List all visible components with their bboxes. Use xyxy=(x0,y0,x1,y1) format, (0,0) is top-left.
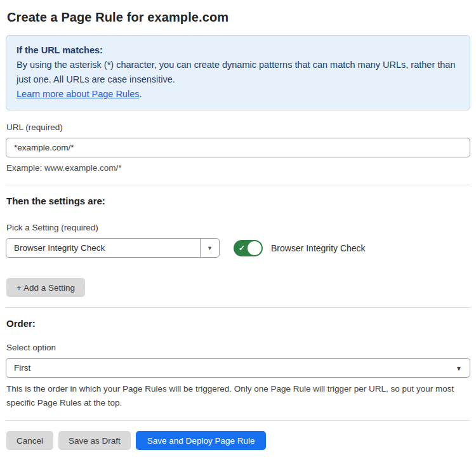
divider xyxy=(6,420,470,421)
info-box-body: By using the asterisk (*) character, you… xyxy=(17,58,459,87)
pick-setting-label: Pick a Setting (required) xyxy=(6,223,470,232)
order-select-value: First xyxy=(14,363,30,373)
chevron-down-icon: ▼ xyxy=(456,364,462,371)
add-setting-button[interactable]: + Add a Setting xyxy=(6,278,85,297)
settings-section-heading: Then the settings are: xyxy=(6,195,470,206)
setting-picker-value: Browser Integrity Check xyxy=(6,239,200,257)
info-box-heading: If the URL matches: xyxy=(17,43,459,58)
browser-integrity-toggle[interactable]: ✓ xyxy=(234,240,263,256)
toggle-knob xyxy=(248,241,261,255)
save-as-draft-button[interactable]: Save as Draft xyxy=(58,431,131,450)
divider xyxy=(6,185,470,185)
order-helper-text: This is the order in which your Page Rul… xyxy=(6,382,470,410)
url-match-info-box: If the URL matches: By using the asteris… xyxy=(6,35,470,110)
toggle-label: Browser Integrity Check xyxy=(271,243,366,253)
learn-more-link[interactable]: Learn more about Page Rules xyxy=(17,89,139,99)
actions-row: Cancel Save as Draft Save and Deploy Pag… xyxy=(6,431,470,450)
url-helper-text: Example: www.example.com/* xyxy=(6,161,470,175)
info-box-link-line: Learn more about Page Rules. xyxy=(17,87,459,102)
check-icon: ✓ xyxy=(239,244,245,252)
order-select-label: Select option xyxy=(6,343,470,352)
url-section: URL (required) Example: www.example.com/… xyxy=(6,123,470,175)
setting-picker-arrow-button[interactable]: ▼ xyxy=(200,239,219,257)
save-and-deploy-button[interactable]: Save and Deploy Page Rule xyxy=(136,431,267,450)
order-section-heading: Order: xyxy=(6,318,470,329)
setting-row: Browser Integrity Check ▼ ✓ Browser Inte… xyxy=(6,238,470,258)
url-label: URL (required) xyxy=(6,123,470,132)
url-input[interactable] xyxy=(6,138,470,157)
setting-picker-dropdown[interactable]: Browser Integrity Check ▼ xyxy=(6,238,220,258)
cancel-button[interactable]: Cancel xyxy=(6,431,53,450)
divider xyxy=(6,307,470,308)
page-title: Create a Page Rule for example.com xyxy=(7,10,470,25)
chevron-down-icon: ▼ xyxy=(207,245,213,251)
link-suffix: . xyxy=(139,89,142,99)
order-select[interactable]: First ▼ xyxy=(6,358,470,378)
